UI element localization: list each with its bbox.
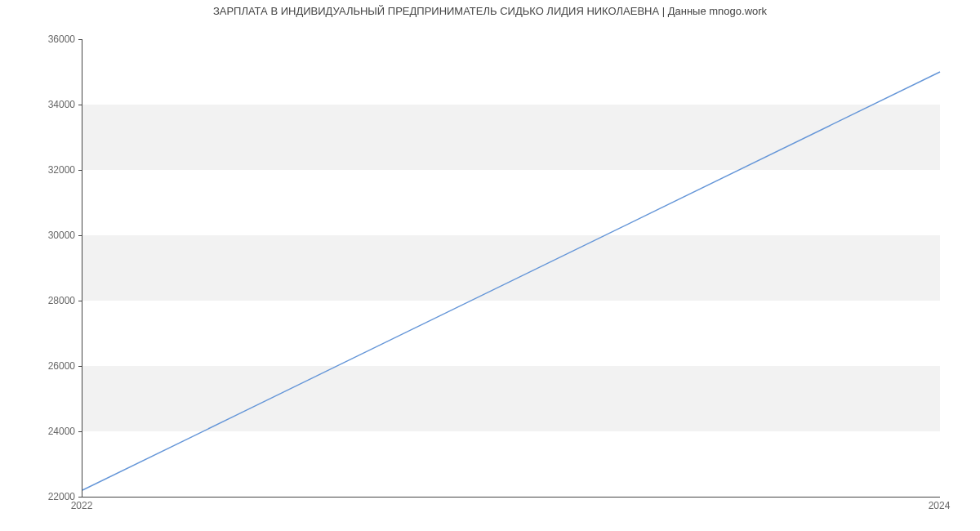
y-tick-label: 28000	[10, 295, 75, 306]
x-tick-label: 2024	[929, 500, 951, 511]
y-tick-label: 26000	[10, 360, 75, 372]
y-tick-label: 34000	[10, 99, 75, 110]
y-tick-label: 32000	[10, 164, 75, 176]
chart-container: ЗАРПЛАТА В ИНДИВИДУАЛЬНЫЙ ПРЕДПРИНИМАТЕЛ…	[0, 0, 980, 531]
x-tick-label: 2022	[71, 500, 93, 511]
y-tick-label: 24000	[10, 426, 75, 437]
chart-title: ЗАРПЛАТА В ИНДИВИДУАЛЬНЫЙ ПРЕДПРИНИМАТЕЛ…	[0, 5, 980, 17]
plot-area	[82, 39, 940, 498]
series-line	[82, 39, 940, 497]
y-tick-label: 36000	[10, 33, 75, 45]
y-tick-label: 30000	[10, 230, 75, 241]
y-tick-label: 22000	[10, 491, 75, 502]
